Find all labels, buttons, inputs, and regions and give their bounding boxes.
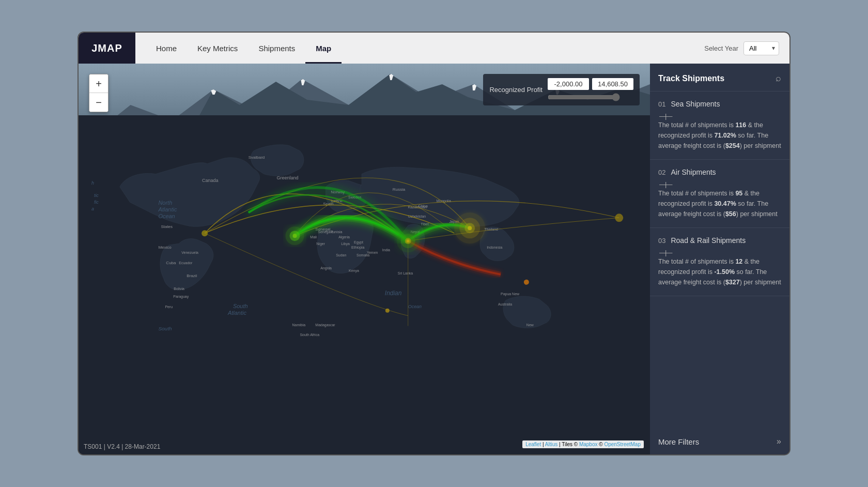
svg-point-68 [202,230,208,236]
svg-text:South: South [158,326,172,331]
sea-shipments-desc: The total # of shipments is 116 & the re… [658,120,781,151]
rail-shipments-icon: —|— [659,249,781,256]
svg-text:Indian: Indian [385,290,402,297]
rail-shipments-section: 03 Road & Rail Shipments —|— The total #… [650,228,789,296]
svg-text:h: h [91,180,94,186]
svg-text:South: South [233,303,248,309]
search-icon[interactable]: ⌕ [776,73,781,84]
profit-slider-container: -2,000.00 14,608.50 [548,78,633,101]
mapbox-link[interactable]: Mapbox [579,442,598,447]
osm-link[interactable]: OpenStreetMap [604,442,641,447]
more-filters-button[interactable]: More Filters » [650,429,789,454]
svg-text:Madagascar: Madagascar [315,323,335,327]
sea-shipments-type: Sea Shipments [671,100,720,108]
air-shipments-number: 02 [658,169,665,176]
app-frame: JMAP Home Key Metrics Shipments Map Sele… [78,32,791,455]
svg-point-79 [468,226,472,230]
svg-text:Algeria: Algeria [338,235,350,239]
sea-shipments-header: 01 Sea Shipments [658,100,781,108]
main-content: North Atlantic Ocean tic fic a h Canada … [79,64,789,454]
zoom-in-button[interactable]: + [89,74,108,93]
status-bar: TS001 | V2.4 | 28-Mar-2021 [84,443,160,450]
svg-point-80 [615,214,623,222]
top-nav: JMAP Home Key Metrics Shipments Map Sele… [79,33,789,64]
profit-max-value: 14,608.50 [592,78,633,90]
zoom-controls: + − [89,74,109,112]
rail-shipments-number: 03 [658,237,665,245]
svg-text:Angola: Angola [320,266,332,270]
svg-text:tic: tic [94,193,99,198]
sea-shipments-section: 01 Sea Shipments —|— The total # of ship… [650,92,789,160]
altius-link[interactable]: Altius [545,442,557,447]
profit-filter-label: Recognized Profit [489,86,542,94]
svg-text:Venezuela: Venezuela [181,251,198,254]
svg-text:Russia: Russia [393,187,406,192]
nav-right: Select Year All 2021 2020 2019 [704,41,789,55]
year-select[interactable]: All 2021 2020 2019 [743,41,779,55]
more-filters-label: More Filters [658,437,699,446]
svg-text:Australia: Australia [498,302,512,306]
profit-filter: Recognized Profit -2,000.00 14,608.50 [483,74,640,105]
svg-text:New: New [526,323,534,327]
logo: JMAP [79,33,135,64]
svg-text:Egypt: Egypt [354,240,363,245]
svg-text:Niger: Niger [316,242,325,246]
select-year-label: Select Year [704,44,738,52]
air-shipments-section: 02 Air Shipments —|— The total # of ship… [650,160,789,228]
panel-header: Track Shipments ⌕ [650,64,789,92]
svg-text:Svalbard: Svalbard [249,155,265,160]
svg-text:Ethiopia: Ethiopia [351,246,364,250]
year-select-wrapper: All 2021 2020 2019 [743,41,779,55]
rail-shipments-header: 03 Road & Rail Shipments [658,236,781,245]
profit-min-value: -2,000.00 [548,78,589,90]
zoom-out-button[interactable]: − [89,93,108,112]
svg-text:Greenland: Greenland [277,175,299,180]
svg-text:Mexico: Mexico [158,245,172,250]
svg-text:Ocean: Ocean [408,304,422,309]
svg-text:Papua New: Papua New [501,292,520,296]
svg-text:South Africa: South Africa [300,333,319,337]
air-shipments-header: 02 Air Shipments [658,168,781,176]
svg-text:States: States [161,224,173,229]
nav-links: Home Key Metrics Shipments Map [146,33,342,64]
svg-text:Canada: Canada [202,178,218,183]
profit-range-values: -2,000.00 14,608.50 [548,78,633,90]
svg-text:Sudan: Sudan [336,253,346,257]
leaflet-link[interactable]: Leaflet [525,442,541,447]
svg-text:Ecuador: Ecuador [179,261,193,265]
svg-text:China: China [419,204,428,208]
svg-text:Sri Lanka: Sri Lanka [398,271,413,275]
svg-text:Yemen: Yemen [367,251,378,254]
svg-point-75 [407,239,410,242]
logo-text: JMAP [91,42,122,54]
svg-text:North: North [158,200,172,206]
svg-text:Brazil: Brazil [187,273,197,278]
svg-text:Cuba: Cuba [166,261,176,265]
world-map-svg: North Atlantic Ocean tic fic a h Canada … [79,64,650,454]
svg-text:Kenya: Kenya [349,269,359,273]
status-text: TS001 | V2.4 | 28-Mar-2021 [84,443,160,450]
svg-text:Peru: Peru [165,305,173,309]
nav-key-metrics[interactable]: Key Metrics [187,33,248,64]
rail-shipments-desc: The total # of shipments is 12 & the rec… [658,256,781,287]
map-attribution: Leaflet | Altius | Tiles © Mapbox © Open… [522,440,644,448]
profit-range-slider[interactable] [548,93,620,101]
map-area: North Atlantic Ocean tic fic a h Canada … [79,64,650,454]
svg-text:India: India [382,248,390,252]
svg-text:Bolivia: Bolivia [174,287,184,291]
panel-title: Track Shipments [658,74,724,83]
svg-text:Tibet: Tibet [421,222,429,226]
sea-shipments-number: 01 [658,100,665,108]
panel-spacer [650,296,789,429]
svg-text:Paraguay: Paraguay [173,295,189,299]
svg-point-82 [385,309,390,313]
svg-text:Namibia: Namibia [292,323,306,327]
nav-home[interactable]: Home [146,33,187,64]
svg-text:Atlantic: Atlantic [227,310,246,316]
nav-map[interactable]: Map [305,33,342,64]
air-shipments-icon: —|— [659,180,781,188]
rail-shipments-type: Road & Rail Shipments [671,236,746,245]
nav-shipments[interactable]: Shipments [248,33,305,64]
air-shipments-desc: The total # of shipments is 95 & the rec… [658,188,781,219]
svg-text:Mali: Mali [310,235,317,239]
